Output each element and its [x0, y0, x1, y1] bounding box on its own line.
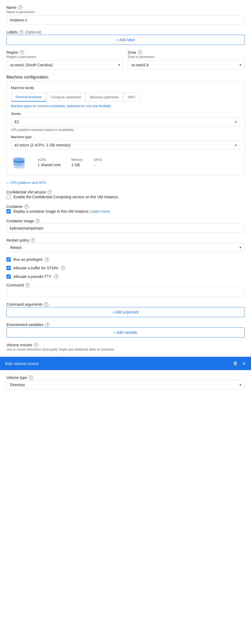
labels-help-icon[interactable]: ? [19, 30, 23, 34]
container-section: Container ? Deploy a container image to … [6, 204, 245, 214]
confidential-vm-label-text: Confidential VM service [6, 190, 46, 194]
container-help-icon[interactable]: ? [24, 204, 29, 209]
zone-sublabel: Zone is permanent [128, 55, 245, 59]
container-image-help-icon[interactable]: ? [36, 219, 40, 223]
volume-type-help-icon[interactable]: ? [29, 375, 33, 380]
restart-policy-label: Restart policy ? [6, 238, 245, 242]
machine-family-desc: Machine types for common workloads, opti… [11, 104, 240, 108]
container-image-label-text: Container image [6, 219, 34, 223]
volume-mounts-help-icon[interactable]: ? [34, 343, 38, 347]
region-field: Region ? Region is permanent us-east1 (S… [6, 50, 123, 69]
tab-memory-optimised[interactable]: Memory-optimised [85, 92, 123, 102]
delete-icon: 🗑 [233, 361, 238, 366]
gpus-value: - [94, 163, 102, 167]
container-image-input[interactable] [6, 224, 245, 233]
command-arguments-label: Command arguments ? [6, 302, 245, 307]
specs-row: vCPU 1 shared core Memory 1 GB GPUs - [11, 154, 240, 171]
command-arguments-section: Command arguments ? + Add argument [6, 302, 245, 317]
delete-volume-mount-button[interactable]: 🗑 [233, 361, 238, 366]
name-input[interactable] [6, 15, 245, 25]
tab-gpu[interactable]: GPU [123, 92, 140, 102]
machine-config-section: Machine configuration Machine family Gen… [6, 75, 245, 175]
allocate-tty-help-icon[interactable]: ? [54, 274, 58, 279]
env-variables-help-icon[interactable]: ? [45, 323, 50, 327]
restart-policy-select-wrapper: Always [6, 243, 245, 252]
machine-type-select[interactable]: e2-micro (2 vCPU, 1 GB memory) [11, 141, 240, 150]
volume-mount-actions: 🗑 ∧ [233, 360, 246, 366]
name-label-text: Name [6, 5, 16, 10]
gpus-spec: GPUs - [94, 158, 102, 167]
vcpu-value: 1 shared core [38, 163, 61, 167]
labels-label: Labels ? (Optional) [6, 30, 245, 34]
name-help-icon[interactable]: ? [18, 5, 22, 10]
container-checkbox-row: Deploy a container image to this VM inst… [6, 209, 245, 214]
env-variables-label: Environment variables ? [6, 323, 245, 327]
command-section: Command ? [6, 283, 245, 297]
vcpu-label: vCPU [38, 158, 61, 162]
zone-help-icon[interactable]: ? [138, 50, 142, 55]
volume-mounts-label: Volume mounts ? [6, 343, 245, 347]
series-select-wrapper: E2 [11, 117, 240, 126]
allocate-stdin-checkbox[interactable] [6, 266, 11, 270]
add-variable-button[interactable]: + Add variable [6, 327, 245, 337]
command-arguments-label-text: Command arguments [6, 302, 43, 307]
collapse-icon: ∧ [242, 361, 246, 366]
region-select[interactable]: us-east1 (South Carolina) [6, 60, 123, 69]
series-sublabel: CPU platform selection based on availabi… [11, 128, 240, 132]
memory-label: Memory [71, 158, 83, 162]
restart-policy-select[interactable]: Always [6, 243, 245, 252]
allocate-tty-label: Allocate a pseudo-TTY [13, 274, 51, 279]
allocate-tty-row: Allocate a pseudo-TTY ? [6, 274, 245, 279]
command-arguments-help-icon[interactable]: ? [44, 302, 48, 307]
restart-policy-label-text: Restart policy [6, 238, 29, 242]
zone-field: Zone ? Zone is permanent us-east1-b [128, 50, 245, 69]
svg-point-3 [13, 157, 25, 161]
restart-policy-help-icon[interactable]: ? [31, 238, 35, 242]
add-argument-button[interactable]: + Add argument [6, 307, 245, 317]
cpu-platform-link[interactable]: ⌄ CPU platform and GPU [6, 181, 245, 185]
series-select[interactable]: E2 [11, 117, 240, 126]
container-checkbox-label: Deploy a container image to this VM inst… [13, 209, 110, 214]
tab-general-purpose[interactable]: General-purpose [11, 92, 46, 102]
confidential-vm-checkbox-label: Enable the Confidential Computing servic… [13, 195, 119, 199]
confidential-vm-help-icon[interactable]: ? [47, 190, 52, 194]
name-label: Name ? [6, 5, 245, 10]
allocate-tty-checkbox[interactable] [6, 274, 11, 279]
run-as-privileged-row: Run as privileged ? [6, 257, 245, 262]
cpu-platform-link-text: CPU platform and GPU [10, 181, 46, 185]
memory-value: 1 GB [71, 163, 83, 167]
tab-compute-optimised[interactable]: Compute-optimised [46, 92, 86, 102]
allocate-stdin-row: Allocate a buffer for STDIN ? [6, 266, 245, 270]
allocate-stdin-help-icon[interactable]: ? [61, 266, 65, 270]
confidential-vm-checkbox[interactable] [6, 195, 11, 199]
run-as-privileged-help-icon[interactable]: ? [45, 257, 49, 262]
collapse-volume-mount-button[interactable]: ∧ [242, 360, 246, 366]
zone-label-text: Zone [128, 50, 136, 55]
command-label: Command ? [6, 283, 245, 287]
container-checkbox[interactable] [6, 209, 11, 214]
volume-type-select[interactable]: Directory [6, 380, 245, 389]
run-as-privileged-checkbox[interactable] [6, 257, 11, 262]
command-input[interactable] [6, 288, 245, 297]
zone-select[interactable]: us-east1-b [128, 60, 245, 69]
add-label-button[interactable]: + Add label [6, 35, 245, 45]
restart-policy-section: Restart policy ? Always [6, 238, 245, 252]
labels-optional: (Optional) [25, 30, 41, 34]
region-label-text: Region [6, 50, 18, 55]
volume-mounts-label-text: Volume mounts [6, 343, 32, 347]
region-help-icon[interactable]: ? [20, 50, 24, 55]
region-zone-row: Region ? Region is permanent us-east1 (S… [6, 50, 245, 69]
container-checkbox-text: Deploy a container image to this VM inst… [13, 209, 90, 214]
container-image-label: Container image ? [6, 219, 245, 223]
labels-section: Labels ? (Optional) + Add label [6, 30, 245, 45]
container-learn-more-link[interactable]: Learn more [91, 209, 110, 214]
volume-mounts-desc: Use to mount directories (host path), tm… [6, 348, 245, 351]
region-zone-section: Region ? Region is permanent us-east1 (S… [6, 50, 245, 69]
volume-mounts-section: Volume mounts ? Use to mount directories… [6, 343, 245, 351]
region-select-wrapper: us-east1 (South Carolina) [6, 60, 123, 69]
machine-config-box: Machine family General-purpose Compute-o… [6, 81, 245, 175]
volume-type-select-wrapper: Directory [6, 380, 245, 389]
run-as-privileged-label: Run as privileged [13, 257, 42, 262]
add-argument-text: + Add argument [112, 310, 139, 314]
command-help-icon[interactable]: ? [25, 283, 30, 287]
